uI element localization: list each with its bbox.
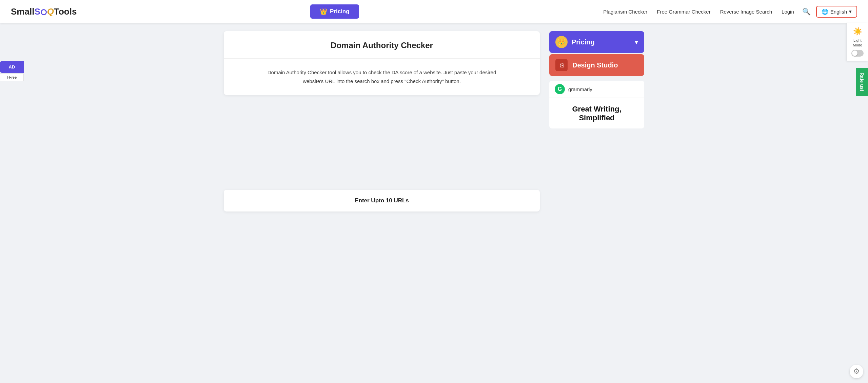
- tool-description: Domain Authority Checker tool allows you…: [267, 68, 497, 85]
- urls-section: Enter Upto 10 URLs: [224, 190, 540, 211]
- ad-free-badge: l-Free: [0, 74, 24, 81]
- pricing-btn-label: Pricing: [330, 8, 350, 15]
- tool-card: Domain Authority Checker Domain Authorit…: [224, 31, 540, 95]
- tool-card-header: Domain Authority Checker: [224, 31, 540, 59]
- light-mode-panel: ☀️ LightMode: [847, 23, 868, 61]
- crown-icon: 👑: [320, 8, 327, 15]
- light-mode-toggle[interactable]: [851, 50, 864, 57]
- sidebar-crown-icon: 👑: [555, 36, 568, 48]
- search-button[interactable]: 🔍: [802, 7, 811, 16]
- sun-icon: ☀️: [853, 27, 862, 36]
- globe-icon: 🌐: [822, 8, 828, 15]
- tool-card-body: Domain Authority Checker tool allows you…: [224, 59, 540, 95]
- rate-us-button[interactable]: Rate us!: [856, 68, 868, 96]
- header: SmallSQTools 👑 Pricing Plagiarism Checke…: [0, 0, 868, 23]
- light-mode-label: LightMode: [853, 38, 862, 48]
- sidebar-chevron-icon: ▾: [635, 38, 638, 46]
- nav-reverse-image[interactable]: Reverse Image Search: [720, 9, 772, 15]
- nav-grammar[interactable]: Free Grammar Checker: [657, 9, 710, 15]
- sidebar-design-label: Design Studio: [572, 61, 618, 69]
- urls-label: Enter Upto 10 URLs: [232, 197, 532, 204]
- great-writing-title: Great Writing, Simplified: [555, 105, 638, 122]
- logo: SmallSQTools: [11, 6, 77, 17]
- header-center: 👑 Pricing: [77, 4, 592, 19]
- grammarly-g-icon: G: [555, 84, 565, 94]
- chevron-down-icon: ▾: [849, 8, 852, 15]
- sidebar-pricing-card[interactable]: 👑 Pricing ▾: [549, 31, 644, 53]
- great-writing-card: Great Writing, Simplified: [549, 98, 644, 128]
- logo-small: Small: [11, 6, 34, 17]
- main-nav: Plagiarism Checker Free Grammar Checker …: [603, 9, 794, 15]
- pricing-button[interactable]: 👑 Pricing: [310, 4, 359, 19]
- sidebar-design-studio[interactable]: ⎘ Design Studio: [549, 54, 644, 76]
- search-icon: 🔍: [802, 8, 811, 15]
- nav-login[interactable]: Login: [782, 9, 794, 15]
- header-right: 🔍 🌐 English ▾: [802, 6, 857, 18]
- left-sidebar-ad: AD l-Free: [0, 61, 24, 81]
- grammarly-name: grammarly: [568, 86, 592, 92]
- logo-tools: Tools: [54, 6, 77, 17]
- sidebar-pricing-left: 👑 Pricing: [555, 36, 595, 48]
- grammarly-bar: G grammarly: [549, 81, 644, 98]
- tool-title: Domain Authority Checker: [232, 41, 532, 50]
- language-label: English: [830, 9, 847, 15]
- nav-plagiarism[interactable]: Plagiarism Checker: [603, 9, 647, 15]
- gear-icon[interactable]: ⚙: [850, 365, 863, 378]
- language-selector[interactable]: 🌐 English ▾: [816, 6, 857, 18]
- right-sidebar: 👑 Pricing ▾ ⎘ Design Studio G grammarly …: [549, 31, 644, 211]
- logo-seo: SQ: [34, 6, 54, 17]
- sidebar-pricing-label: Pricing: [572, 38, 595, 46]
- toggle-knob: [852, 51, 857, 56]
- content-area: Domain Authority Checker Domain Authorit…: [224, 31, 540, 211]
- content-spacer: [224, 95, 540, 190]
- main-layout: Domain Authority Checker Domain Authorit…: [197, 23, 671, 220]
- ad-badge: AD: [0, 61, 24, 73]
- design-studio-icon: ⎘: [555, 59, 568, 71]
